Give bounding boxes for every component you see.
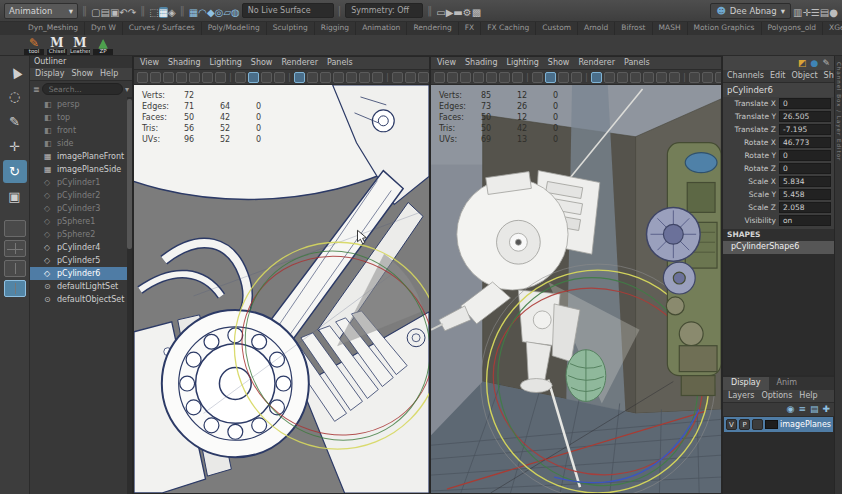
channel-box-edge-tab[interactable]: Channel Box / Layer Editor	[834, 56, 842, 494]
channel-attr-value[interactable]: 0	[779, 150, 831, 161]
shelf-button-zp[interactable]: ▲ZP	[93, 36, 113, 55]
make-live-icon[interactable]: ◍	[231, 7, 240, 18]
menu-shading[interactable]: Shading	[168, 58, 201, 68]
camera-attributes-icon[interactable]	[460, 72, 471, 83]
wireframe-icon[interactable]	[532, 72, 543, 83]
menu-renderer[interactable]: Renderer	[281, 58, 318, 68]
outliner-item-defaultLightSet[interactable]: ⊙defaultLightSet	[30, 280, 132, 293]
wireframe-on-shaded-icon[interactable]	[294, 72, 305, 83]
smooth-shade-icon[interactable]	[248, 72, 259, 83]
menu-help[interactable]: Help	[100, 69, 118, 79]
ao-icon[interactable]	[359, 72, 370, 83]
layer-row-imagePlanes[interactable]: VPimagePlanes	[724, 417, 833, 432]
channel-attr-value[interactable]: 0	[779, 163, 831, 174]
2d-pan-zoom-icon[interactable]	[499, 72, 510, 83]
menu-lighting[interactable]: Lighting	[209, 58, 241, 68]
snap-curve-icon[interactable]: ◠	[198, 7, 207, 18]
outliner-item-pSphere1[interactable]: ◇pSphere1	[30, 215, 132, 228]
menu-edit[interactable]: Edit	[770, 71, 786, 81]
redo-icon[interactable]: ↷	[128, 7, 136, 18]
2d-pan-zoom-icon[interactable]	[202, 72, 213, 83]
menu-panels[interactable]: Panels	[624, 58, 650, 68]
workspace-icon[interactable]: ☰	[811, 7, 820, 18]
single-pane-layout[interactable]	[4, 220, 26, 237]
shelf-tab-dyn-meshing[interactable]: Dyn_Meshing	[22, 22, 85, 35]
use-default-material-icon[interactable]	[274, 72, 285, 83]
isolate-select-icon[interactable]	[689, 72, 700, 83]
scale-tool[interactable]: ▣	[3, 185, 27, 208]
outliner-item-imagePlaneSide[interactable]: ▦imagePlaneSide	[30, 163, 132, 176]
sort-layers-icon[interactable]: ≡	[798, 404, 806, 415]
outliner-item-pCylinder1[interactable]: ◇pCylinder1	[30, 176, 132, 189]
paint-select-tool[interactable]: ✎	[3, 110, 27, 133]
layer-color-swatch[interactable]	[765, 420, 778, 429]
xray-icon[interactable]	[307, 72, 318, 83]
visibility-toggle[interactable]: V	[726, 419, 737, 430]
menu-display[interactable]: Display	[35, 69, 65, 79]
lock-camera-icon[interactable]	[150, 72, 161, 83]
shelf-tab-motion-graphics[interactable]: Motion Graphics	[688, 22, 762, 35]
shelf-tab-xgen[interactable]: XGen	[823, 22, 842, 35]
wireframe-icon[interactable]	[235, 72, 246, 83]
motion-blur-icon[interactable]	[372, 72, 383, 83]
modeling-toolkit-icon[interactable]: ◩	[798, 57, 807, 69]
character-controls-icon[interactable]: ✛	[802, 7, 810, 18]
snap-grid-icon[interactable]: ▦	[189, 7, 198, 18]
shelf-tab-custom[interactable]: Custom	[536, 22, 578, 35]
joint-xray-icon[interactable]	[215, 72, 226, 83]
ao-icon[interactable]	[656, 72, 667, 83]
panel-layout-icon[interactable]: ▤	[820, 7, 829, 18]
select-camera-icon[interactable]	[434, 72, 445, 83]
shelf-tab-animation[interactable]: Animation	[356, 22, 407, 35]
smooth-shade-icon[interactable]	[545, 72, 556, 83]
outliner-item-pCylinder6[interactable]: ◇pCylinder6	[30, 267, 132, 280]
menu-lighting[interactable]: Lighting	[506, 58, 538, 68]
undo-icon[interactable]: ↶	[119, 7, 127, 18]
menu-panels[interactable]: Panels	[327, 58, 353, 68]
new-layer-from-selected-icon[interactable]: ✚	[822, 404, 830, 415]
snap-point-icon[interactable]: ◆	[207, 7, 215, 18]
render-sequence-icon[interactable]: ▬	[453, 7, 462, 18]
menu-show[interactable]: Show	[72, 69, 94, 79]
menu-help[interactable]: Help	[799, 391, 817, 401]
menu-renderer[interactable]: Renderer	[578, 58, 615, 68]
outliner-item-pCylinder3[interactable]: ◇pCylinder3	[30, 202, 132, 215]
bookmark-icon[interactable]	[176, 72, 187, 83]
select-tool[interactable]: ▲	[0, 56, 31, 88]
open-scene-icon[interactable]: ▤	[100, 7, 109, 18]
save-scene-icon[interactable]: ▣	[110, 7, 119, 18]
viewport-left-canvas[interactable]: Verts:72Edges:71640Faces:50420Tris:56520…	[134, 85, 429, 493]
channel-attr-value[interactable]: on	[779, 215, 831, 226]
shadows-icon[interactable]	[643, 72, 654, 83]
search-input[interactable]	[42, 83, 123, 95]
channel-attr-value[interactable]: 2.058	[779, 202, 831, 213]
shelf-button-leather[interactable]: MLeather	[70, 36, 90, 55]
filter-icon[interactable]: ≣	[33, 85, 40, 94]
outliner-item-front[interactable]: ◧front	[30, 124, 132, 137]
viewport-right[interactable]: ViewShadingLightingShowRendererPanels ||…	[430, 56, 722, 494]
shelf-tab-dyn-w[interactable]: Dyn W	[85, 22, 123, 35]
field-chart-icon[interactable]	[702, 72, 713, 83]
menuset-dropdown[interactable]: Animation ▾	[4, 3, 78, 19]
backface-culling-icon[interactable]	[320, 72, 331, 83]
live-surface-field[interactable]: No Live Surface	[242, 3, 334, 18]
image-plane-icon[interactable]	[189, 72, 200, 83]
two-pane-side-by-side-layout[interactable]	[4, 280, 26, 297]
resolution-gate-icon[interactable]	[418, 72, 429, 83]
outliner-item-defaultObjectSet[interactable]: ⊙defaultObjectSet	[30, 293, 132, 306]
outliner-item-imagePlaneFront[interactable]: ▦imagePlaneFront	[30, 150, 132, 163]
shelf-tab-poly-modeling[interactable]: Poly/Modeling	[202, 22, 267, 35]
shelf-tab-rigging[interactable]: Rigging	[315, 22, 356, 35]
render-settings-icon[interactable]: ⚙	[463, 7, 472, 18]
user-account-dropdown[interactable]: ☻ Dee Abnag ▾	[710, 3, 791, 19]
shelf-tab-sculpting[interactable]: Sculpting	[267, 22, 315, 35]
shelf-tab-fx-caching[interactable]: FX Caching	[481, 22, 536, 35]
playback-toggle[interactable]: P	[739, 419, 750, 430]
lock-camera-icon[interactable]	[447, 72, 458, 83]
outliner-item-pCylinder4[interactable]: ◇pCylinder4	[30, 241, 132, 254]
menu-shading[interactable]: Shading	[465, 58, 498, 68]
select-hierarchy-icon[interactable]: ⬚	[149, 7, 158, 18]
channel-attr-value[interactable]: -7.195	[779, 124, 831, 135]
xray-icon[interactable]	[604, 72, 615, 83]
lighting-icon[interactable]	[630, 72, 641, 83]
